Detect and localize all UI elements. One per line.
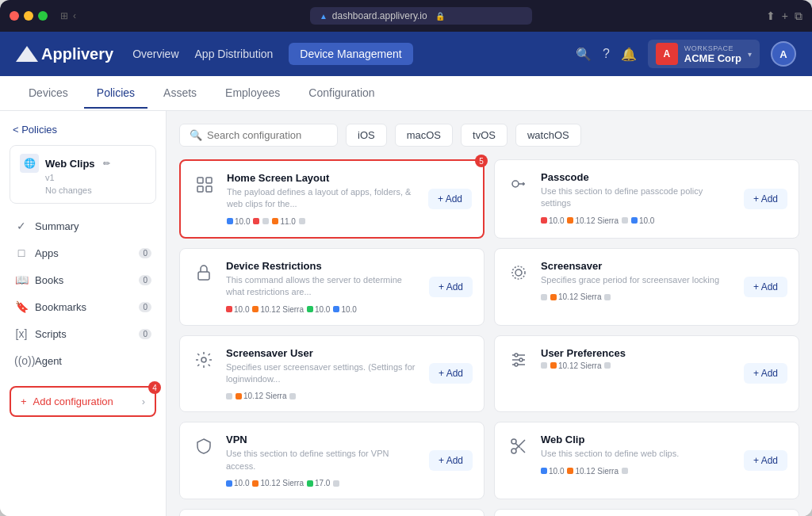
card-title: Screensaver <box>541 260 734 272</box>
sidebar-item-bookmarks[interactable]: 🔖 Bookmarks 0 <box>6 294 159 319</box>
workspace-selector[interactable]: A WORKSPACE ACME Corp ▾ <box>648 40 760 68</box>
svg-point-8 <box>512 266 525 279</box>
main-content: < Policies 🌐 Web Clips ✏ v1 No changes ✓… <box>0 111 812 516</box>
add-vpn-button[interactable]: + Add <box>429 450 473 471</box>
sidebar-toggle-icon[interactable]: ⧉ <box>795 10 802 23</box>
svg-rect-4 <box>206 186 212 192</box>
new-tab-icon[interactable]: + <box>782 10 788 23</box>
sidebar-item-agent[interactable]: ((o)) Agent <box>6 348 159 373</box>
tag-dot <box>253 218 259 224</box>
card-body: Screensaver Specifies grace period for s… <box>541 260 734 301</box>
tag <box>604 362 611 369</box>
sidebar-item-apps[interactable]: □ Apps 0 <box>6 240 159 266</box>
lock-icon: 🔒 <box>435 12 445 21</box>
nav-overview[interactable]: Overview <box>132 48 178 60</box>
tag-dot <box>604 362 611 369</box>
cards-grid: 5 Home Screen Layout The payload defines… <box>179 159 799 516</box>
filter-macos[interactable]: macOS <box>395 124 453 147</box>
add-passcode-button[interactable]: + Add <box>744 189 787 209</box>
tag: 10.12 Sierra <box>236 392 286 400</box>
add-config-badge: 4 <box>148 381 161 394</box>
tab-employees[interactable]: Employees <box>213 78 293 109</box>
svg-rect-2 <box>206 178 212 183</box>
scripts-icon: [x] <box>14 327 29 340</box>
apps-icon: □ <box>14 247 29 259</box>
tag-dot <box>227 218 233 224</box>
sidebar-item-books[interactable]: 📖 Books 0 <box>6 267 159 292</box>
add-device-restrictions-button[interactable]: + Add <box>429 277 473 297</box>
window-layout-icon[interactable]: ⊞ <box>60 10 68 21</box>
tag-dot <box>622 217 628 224</box>
summary-icon: ✓ <box>14 220 29 232</box>
navbar-right: 🔍 ? 🔔 A WORKSPACE ACME Corp ▾ A <box>576 40 796 68</box>
tab-configuration[interactable]: Configuration <box>296 78 387 109</box>
minimize-button[interactable] <box>24 11 33 21</box>
filter-tvos[interactable]: tvOS <box>461 124 508 147</box>
tag: 17.0 <box>307 479 330 487</box>
add-web-clip-button[interactable]: + Add <box>744 450 787 471</box>
agent-icon: ((o)) <box>14 354 29 367</box>
close-button[interactable] <box>10 11 19 21</box>
card-desc: Specifies user screensaver settings. (Se… <box>226 361 419 386</box>
card-screensaver: Screensaver Specifies grace period for s… <box>494 248 799 326</box>
add-screensaver-button[interactable]: + Add <box>744 277 787 297</box>
lock-icon <box>191 260 216 285</box>
tag: 10.0 <box>226 305 249 314</box>
tag-dot <box>631 217 638 224</box>
add-user-preferences-button[interactable]: + Add <box>744 363 787 384</box>
tag-dot <box>604 294 611 300</box>
card-wifi-managed: Wi-Fi Managed Settings 10.12 Sierra + Ad… <box>494 509 799 516</box>
add-home-screen-layout-button[interactable]: + Add <box>428 189 472 209</box>
share-icon[interactable]: ⬆ <box>766 10 776 23</box>
tag: 10.0 <box>541 216 564 225</box>
nav-app-distribution[interactable]: App Distribution <box>195 48 274 60</box>
tab-policies[interactable]: Policies <box>84 78 147 109</box>
add-screensaver-user-button[interactable]: + Add <box>429 363 473 384</box>
window-back-icon[interactable]: ‹ <box>73 10 76 21</box>
workspace-info: WORKSPACE ACME Corp <box>684 44 741 64</box>
bell-icon[interactable]: 🔔 <box>621 47 637 62</box>
help-icon[interactable]: ? <box>603 47 610 61</box>
titlebar: ⊞ ‹ ▲ dashboard.applivery.io 🔒 ⬆ + ⧉ <box>0 0 812 32</box>
policy-icon: 🌐 <box>20 154 39 173</box>
user-avatar[interactable]: A <box>771 41 796 67</box>
card-body: Passcode Use this section to define pass… <box>541 171 734 225</box>
filter-ios[interactable]: iOS <box>346 124 387 147</box>
tag: 10.0 <box>226 479 249 487</box>
nav-device-management[interactable]: Device Management <box>289 43 412 65</box>
tag-dot <box>272 218 278 224</box>
filter-watchos[interactable]: watchOS <box>515 124 581 147</box>
scissors-icon <box>506 434 531 459</box>
add-config-label: Add configuration <box>33 396 113 407</box>
back-to-policies[interactable]: < Policies <box>13 124 57 136</box>
sidebar-item-summary[interactable]: ✓ Summary <box>6 213 159 239</box>
add-configuration-button[interactable]: + Add configuration 4 › <box>10 386 156 417</box>
sidebar-item-label: Books <box>35 274 63 286</box>
tab-assets[interactable]: Assets <box>151 78 209 109</box>
tag: 10.0 <box>541 467 564 476</box>
card-body: Screensaver User Specifies user screensa… <box>226 347 419 401</box>
card-desc: Use this section to define web clips. <box>541 448 734 460</box>
url-bar[interactable]: ▲ dashboard.applivery.io 🔒 <box>310 7 532 25</box>
search-input[interactable] <box>207 129 318 141</box>
card-tags: 10.12 Sierra <box>541 292 734 301</box>
sidebar-item-scripts[interactable]: [x] Scripts 0 <box>6 321 159 346</box>
search-box: 🔍 <box>179 124 338 147</box>
search-icon[interactable]: 🔍 <box>576 47 592 62</box>
card-title: VPN <box>226 434 419 445</box>
card-title: Screensaver User <box>226 347 419 359</box>
navbar: Applivery Overview App Distribution Devi… <box>0 32 812 76</box>
tag <box>299 218 305 224</box>
grid-icon <box>192 172 217 197</box>
maximize-button[interactable] <box>38 11 48 21</box>
policy-card: 🌐 Web Clips ✏ v1 No changes <box>10 145 156 204</box>
card-home-screen-layout: 5 Home Screen Layout The payload defines… <box>179 159 485 239</box>
tag-dot <box>567 217 573 224</box>
sidebar-item-label: Scripts <box>35 328 67 340</box>
tag <box>622 217 628 224</box>
app-window: ⊞ ‹ ▲ dashboard.applivery.io 🔒 ⬆ + ⧉ App… <box>0 0 812 516</box>
tag <box>226 393 232 399</box>
policy-edit-icon[interactable]: ✏ <box>103 159 110 169</box>
tab-devices[interactable]: Devices <box>16 78 81 109</box>
tag: 10.12 Sierra <box>550 361 601 370</box>
